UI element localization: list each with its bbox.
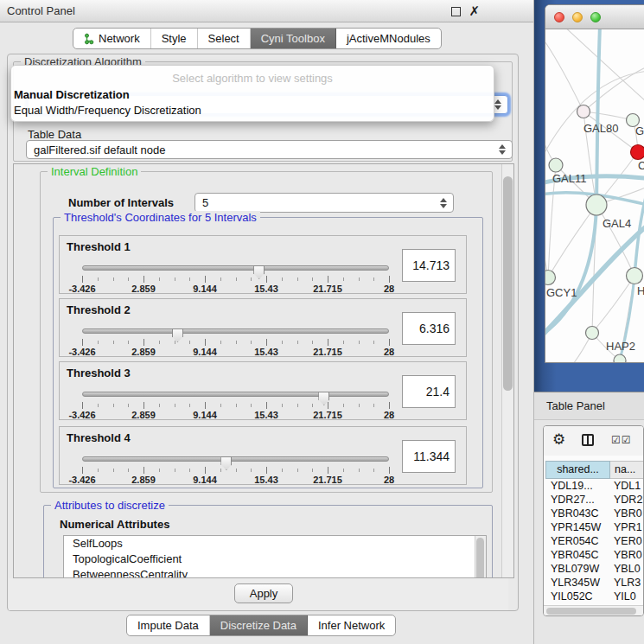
- table-row[interactable]: YPR145WYPR1: [545, 520, 644, 534]
- table-cell-shared-name[interactable]: YLR345W: [545, 576, 610, 590]
- numerical-attributes-list[interactable]: SelfLoopsTopologicalCoefficientBetweenne…: [63, 535, 487, 578]
- window-zoom-icon[interactable]: [590, 12, 601, 22]
- threshold-2-slider[interactable]: -3.4262.8599.14415.4321.71528: [79, 325, 388, 356]
- tick-label: -3.426: [68, 410, 95, 420]
- threshold-coordinates-group-label: Threshold's Coordinates for 5 Intervals: [61, 211, 260, 224]
- network-node-gal4[interactable]: [586, 194, 607, 215]
- tab-select[interactable]: Select: [198, 29, 251, 48]
- table-row[interactable]: YBR043CYBR0: [545, 507, 644, 520]
- table-data-combobox-value: galFiltered.sif default node: [34, 143, 165, 156]
- network-view-window: GAL80 G C GAL11 GAL4 GCY1 H HAP2: [545, 4, 644, 363]
- attribute-item[interactable]: TopologicalCoefficient: [64, 552, 486, 567]
- apply-button[interactable]: Apply: [234, 583, 293, 603]
- slider-track[interactable]: [82, 328, 389, 334]
- threshold-2-value-field[interactable]: 6.316: [402, 312, 456, 345]
- table-cell-name[interactable]: YDR2: [610, 493, 644, 507]
- tick-label: 2.859: [131, 347, 156, 357]
- network-node-gal80[interactable]: [577, 105, 590, 118]
- table-cell-name[interactable]: YIL0: [610, 590, 644, 603]
- table-cell-name[interactable]: YBL0: [610, 562, 644, 576]
- table-row[interactable]: YER054CYER0: [545, 534, 644, 548]
- table-cell-name[interactable]: YBR0: [610, 548, 644, 562]
- table-row[interactable]: YIL052CYIL0: [545, 590, 644, 603]
- node-label-hap2: HAP2: [606, 340, 635, 353]
- gear-icon[interactable]: ⚙: [552, 430, 565, 449]
- threshold-3-slider[interactable]: -3.4262.8599.14415.4321.71528: [79, 388, 388, 419]
- table-cell-shared-name[interactable]: YBR045C: [545, 548, 610, 562]
- network-canvas[interactable]: GAL80 G C GAL11 GAL4 GCY1 H HAP2: [545, 29, 644, 363]
- tab-style[interactable]: Style: [151, 29, 198, 48]
- network-node-selected-red[interactable]: [631, 145, 644, 160]
- network-node-gcy1[interactable]: [545, 271, 556, 285]
- table-cell-shared-name[interactable]: YPR145W: [545, 520, 610, 534]
- table-cell-name[interactable]: YPR1: [610, 520, 644, 534]
- table-row[interactable]: YLR345WYLR3: [545, 576, 644, 590]
- column-header-name[interactable]: na...: [610, 461, 644, 479]
- combo-arrows-icon[interactable]: [494, 99, 501, 110]
- attributes-list-scrollbar[interactable]: [475, 536, 486, 578]
- dropdown-option-equal-width-frequency[interactable]: Equal Width/Frequency Discretization: [14, 104, 201, 117]
- tab-infer-network[interactable]: Infer Network: [308, 615, 395, 635]
- network-node-gal11[interactable]: [549, 158, 563, 172]
- tab-impute-data-label: Impute Data: [137, 619, 199, 632]
- table-cell-name[interactable]: YLR3: [610, 576, 644, 590]
- tick-label: 2.859: [131, 284, 156, 294]
- tab-cyni-toolbox[interactable]: Cyni Toolbox: [251, 29, 336, 48]
- slider-tick-labels: -3.4262.8599.14415.4321.71528: [82, 475, 389, 485]
- spinner-arrows-icon[interactable]: [440, 198, 447, 208]
- table-cell-shared-name[interactable]: YDR27...: [545, 493, 610, 507]
- slider-track[interactable]: [82, 265, 389, 271]
- network-node[interactable]: [627, 268, 643, 284]
- threshold-4-slider[interactable]: -3.4262.8599.14415.4321.71528: [79, 453, 388, 484]
- scrollbar-thumb[interactable]: [546, 608, 636, 615]
- number-of-intervals-spinner[interactable]: 5: [194, 193, 454, 213]
- table-toolbar: ⚙ ☑☑: [544, 426, 643, 456]
- table-row[interactable]: YDR27...YDR2: [545, 493, 644, 507]
- table-row[interactable]: YBL079WYBL0: [545, 562, 644, 576]
- threshold-4-value-field[interactable]: 11.344: [402, 440, 456, 473]
- attribute-item[interactable]: SelfLoops: [64, 536, 486, 552]
- node-table-window: ⚙ ☑☑ shared... na... YDL19...YDL1YDR27..…: [543, 425, 644, 616]
- slider-track[interactable]: [82, 456, 389, 462]
- node-label-gal11: GAL11: [552, 172, 587, 185]
- attribute-item[interactable]: BetweennessCentrality: [64, 567, 486, 578]
- close-icon[interactable]: ✗: [469, 3, 480, 19]
- table-cell-name[interactable]: YER0: [610, 534, 644, 548]
- scrollbar-thumb[interactable]: [476, 538, 484, 578]
- float-window-icon[interactable]: [451, 7, 461, 16]
- table-data-combobox[interactable]: galFiltered.sif default node: [26, 140, 513, 159]
- network-node-hap2[interactable]: [586, 327, 599, 340]
- threshold-1-slider[interactable]: -3.4262.8599.14415.4321.71528: [79, 262, 388, 293]
- table-row[interactable]: YDL19...YDL1: [545, 479, 644, 493]
- tab-infer-network-label: Infer Network: [318, 619, 385, 632]
- window-minimize-icon[interactable]: [572, 12, 583, 22]
- select-columns-icons[interactable]: ☑☑: [611, 434, 632, 446]
- table-horizontal-scrollbar[interactable]: [544, 605, 643, 615]
- column-header-shared-name[interactable]: shared...: [545, 461, 610, 479]
- window-close-icon[interactable]: [554, 12, 564, 22]
- screen: Control Panel ✗ Network Style Select Cyn…: [0, 0, 644, 644]
- tab-jactivemnodules[interactable]: jActiveMNodules: [336, 29, 441, 48]
- table-cell-name[interactable]: YDL1: [610, 479, 644, 493]
- threshold-3-value-field[interactable]: 21.4: [402, 375, 456, 408]
- combo-arrows-icon[interactable]: [499, 144, 506, 155]
- table-cell-shared-name[interactable]: YIL052C: [545, 590, 610, 603]
- slider-track[interactable]: [82, 392, 389, 397]
- table-row[interactable]: YBR045CYBR0: [545, 548, 644, 562]
- tab-discretize-data[interactable]: Discretize Data: [210, 615, 308, 635]
- network-node[interactable]: [614, 354, 626, 363]
- settings-vertical-scrollbar[interactable]: [501, 164, 513, 577]
- scrollbar-thumb[interactable]: [503, 176, 513, 391]
- tab-network[interactable]: Network: [73, 29, 151, 48]
- threshold-1-value-field[interactable]: 14.713: [402, 249, 456, 282]
- table-cell-shared-name[interactable]: YBL079W: [545, 562, 610, 576]
- slider-tick-labels: -3.4262.8599.14415.4321.71528: [82, 347, 389, 357]
- table-cell-name[interactable]: YBR0: [610, 507, 644, 520]
- dropdown-option-manual-discretization[interactable]: Manual Discretization: [14, 88, 130, 101]
- table-cell-shared-name[interactable]: YER054C: [545, 534, 610, 548]
- tab-impute-data[interactable]: Impute Data: [127, 615, 210, 635]
- table-cell-shared-name[interactable]: YBR043C: [545, 507, 610, 520]
- table-cell-shared-name[interactable]: YDL19...: [545, 479, 610, 493]
- threshold-2-label: Threshold 2: [67, 303, 131, 316]
- split-view-icon[interactable]: [582, 434, 594, 446]
